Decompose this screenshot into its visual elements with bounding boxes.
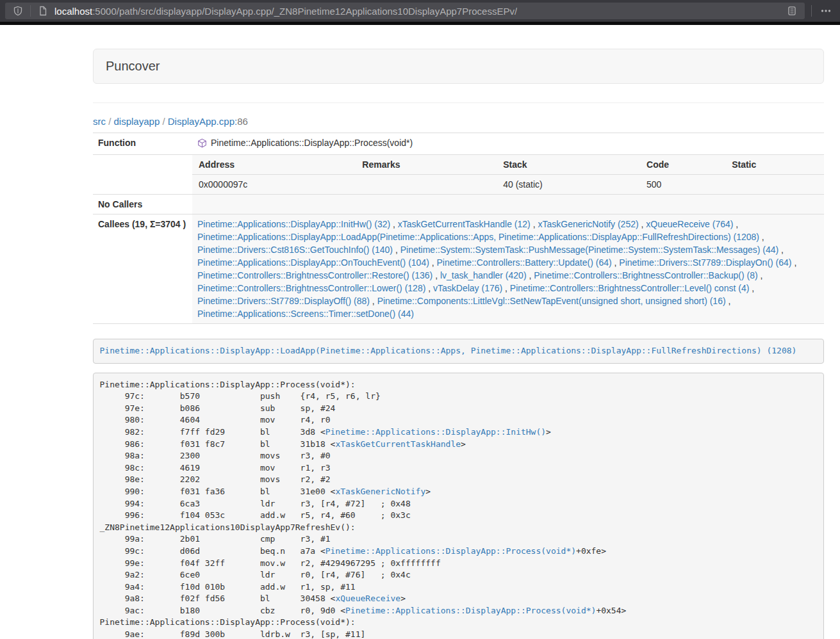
static-value bbox=[725, 175, 824, 195]
function-detail-table: Address Remarks Stack Code Static 0x0000… bbox=[192, 155, 824, 194]
callee-link[interactable]: Pinetime::Applications::DisplayApp::Load… bbox=[197, 232, 759, 242]
callee-link[interactable]: Pinetime::Applications::DisplayApp::OnTo… bbox=[197, 257, 429, 268]
remarks-column-header: Remarks bbox=[356, 155, 497, 175]
detail-header-row: Address Remarks Stack Code Static bbox=[192, 155, 824, 175]
remarks-value bbox=[356, 175, 497, 195]
url-host: localhost bbox=[54, 6, 92, 17]
callee-link[interactable]: xTaskGenericNotify (252) bbox=[538, 219, 638, 229]
callee-link[interactable]: Pinetime::System::SystemTask::PushMessag… bbox=[400, 245, 779, 255]
app-header: Puncover bbox=[93, 49, 824, 84]
function-row-label: Function bbox=[93, 133, 192, 155]
callee-link[interactable]: Pinetime::Drivers::St7789::DisplayOff() … bbox=[197, 296, 370, 306]
callees-label: Callees (19, Σ=3704 ) bbox=[93, 214, 192, 324]
toolbar-divider bbox=[811, 5, 812, 17]
asm-symbol-link[interactable]: xQueueReceive bbox=[335, 594, 400, 603]
browser-toolbar: localhost:5000/path/src/displayapp/Displ… bbox=[0, 0, 840, 22]
callee-link[interactable]: lv_task_handler (420) bbox=[440, 270, 527, 280]
no-callers-cell bbox=[192, 195, 824, 214]
function-row: Function Pinetime::Applications::Display… bbox=[93, 133, 824, 155]
cube-icon bbox=[197, 138, 207, 151]
stack-column-header: Stack bbox=[497, 155, 640, 175]
url-path: :5000/path/src/displayapp/DisplayApp.cpp… bbox=[92, 6, 517, 17]
callee-link[interactable]: Pinetime::Controllers::BrightnessControl… bbox=[510, 283, 749, 293]
function-detail-cell: Address Remarks Stack Code Static 0x0000… bbox=[192, 155, 824, 195]
no-callers-label: No Callers bbox=[93, 195, 192, 214]
callee-link[interactable]: Pinetime::Drivers::Cst816S::GetTouchInfo… bbox=[197, 245, 393, 255]
callee-link[interactable]: vTaskDelay (176) bbox=[433, 283, 502, 293]
asm-symbol-link[interactable]: Pinetime::Applications::DisplayApp::Init… bbox=[325, 427, 546, 437]
code-column-header: Code bbox=[640, 155, 725, 175]
more-icon[interactable] bbox=[818, 3, 834, 19]
page-container: Puncover src / displayapp / DisplayApp.c… bbox=[93, 49, 824, 639]
callees-list: Pinetime::Applications::DisplayApp::Init… bbox=[192, 214, 824, 324]
callee-link[interactable]: xQueueReceive (764) bbox=[646, 219, 733, 229]
static-column-header: Static bbox=[725, 155, 824, 175]
no-callers-row: No Callers bbox=[93, 195, 824, 214]
code-value: 500 bbox=[640, 175, 725, 195]
callee-link[interactable]: Pinetime::Applications::DisplayApp::Init… bbox=[197, 219, 390, 229]
reader-view-icon[interactable] bbox=[784, 3, 800, 19]
callee-link[interactable]: Pinetime::Controllers::Battery::Update()… bbox=[437, 257, 612, 268]
callee-link[interactable]: Pinetime::Controllers::BrightnessControl… bbox=[197, 270, 432, 280]
urlbar-divider bbox=[30, 5, 31, 17]
function-detail-row: Address Remarks Stack Code Static 0x0000… bbox=[93, 155, 824, 195]
page-icon[interactable] bbox=[35, 3, 51, 19]
asm-symbol-link[interactable]: Pinetime::Applications::DisplayApp::Proc… bbox=[325, 546, 576, 556]
empty-row-label bbox=[93, 155, 192, 195]
asm-symbol-link[interactable]: Pinetime::Applications::DisplayApp::Proc… bbox=[345, 606, 596, 615]
asm-symbol-link[interactable]: xTaskGetCurrentTaskHandle bbox=[335, 439, 461, 449]
callee-link[interactable]: Pinetime::Applications::Screens::Timer::… bbox=[197, 309, 414, 319]
stack-value: 40 (static) bbox=[497, 175, 640, 195]
function-name-cell: Pinetime::Applications::DisplayApp::Proc… bbox=[192, 133, 824, 155]
address-value: 0x0000097c bbox=[192, 175, 356, 195]
callee-link[interactable]: Pinetime::Drivers::St7789::DisplayOn() (… bbox=[619, 257, 791, 268]
callee-link[interactable]: xTaskGetCurrentTaskHandle (12) bbox=[398, 219, 531, 229]
function-name: Pinetime::Applications::DisplayApp::Proc… bbox=[211, 138, 413, 148]
breadcrumb-displayapp[interactable]: displayapp bbox=[114, 116, 160, 127]
callee-link[interactable]: Pinetime::Controllers::BrightnessControl… bbox=[534, 270, 757, 280]
detail-value-row: 0x0000097c 40 (static) 500 bbox=[192, 175, 824, 195]
breadcrumb-line-number: 86 bbox=[237, 116, 248, 127]
breadcrumb-src[interactable]: src bbox=[93, 116, 106, 127]
chrome-content-separator bbox=[0, 22, 840, 25]
breadcrumb: src / displayapp / DisplayApp.cpp:86 bbox=[93, 116, 824, 127]
address-column-header: Address bbox=[192, 155, 356, 175]
url-bar[interactable]: localhost:5000/path/src/displayapp/Displ… bbox=[5, 3, 805, 19]
app-title: Puncover bbox=[106, 59, 160, 73]
highlighted-callee-box: Pinetime::Applications::DisplayApp::Load… bbox=[93, 339, 824, 364]
asm-symbol-link[interactable]: xTaskGenericNotify bbox=[335, 487, 425, 496]
breadcrumb-separator: / bbox=[162, 116, 165, 127]
highlighted-callee-link[interactable]: Pinetime::Applications::DisplayApp::Load… bbox=[100, 346, 797, 355]
breadcrumb-file[interactable]: DisplayApp.cpp: bbox=[168, 116, 237, 127]
url-text[interactable]: localhost:5000/path/src/displayapp/Displ… bbox=[54, 6, 517, 17]
callee-link[interactable]: Pinetime::Components::LittleVgl::SetNewT… bbox=[377, 296, 726, 306]
disassembly-block: Pinetime::Applications::DisplayApp::Proc… bbox=[93, 373, 824, 639]
callees-row: Callees (19, Σ=3704 ) Pinetime::Applicat… bbox=[93, 214, 824, 324]
shield-icon[interactable] bbox=[10, 3, 26, 19]
breadcrumb-separator: / bbox=[108, 116, 111, 127]
header-divider bbox=[93, 102, 824, 103]
callee-link[interactable]: Pinetime::Controllers::BrightnessControl… bbox=[197, 283, 425, 293]
function-summary-table: Function Pinetime::Applications::Display… bbox=[93, 133, 824, 324]
